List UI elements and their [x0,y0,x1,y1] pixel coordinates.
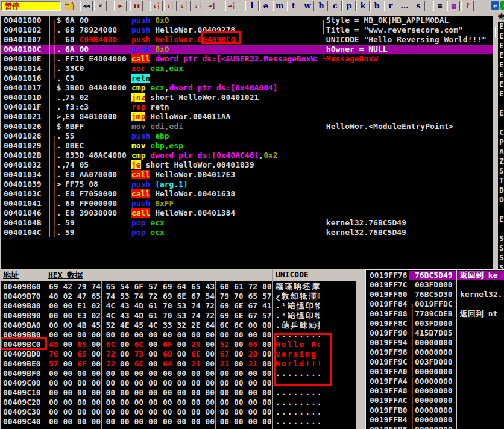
pause-button[interactable]: ▮▮ [130,1,143,11]
stack-row[interactable]: 0019FFAC│00000000 [366,396,504,406]
disasm-row[interactable]: 00401026 $8BFFmov edi,edi HelloWor.<Modu… [1,122,493,131]
hexdump-row[interactable]: 00409B7040 02 47 6574 53 74 7269 6E 67 5… [1,292,356,301]
panel-letter-button-c[interactable]: c [329,1,342,11]
register-row[interactable] [498,99,504,108]
register-row[interactable]: ES [498,80,504,89]
stack-row[interactable]: 0019FF98│00000000 [366,348,504,357]
register-row[interactable]: EF [498,214,504,224]
disasm-row[interactable]: 0040104C│.59pop ecx kernel32.76BC5D49 [1,228,493,237]
panel-letter-button-...[interactable]: ... [398,1,411,11]
register-row[interactable]: D [498,186,504,195]
hexdump-row[interactable]: 00409BE057 00 6F 0072 00 6C 0064 00 21 0… [1,359,356,369]
vertical-scrollbar[interactable] [493,12,498,269]
register-row[interactable]: ST [498,253,504,263]
disasm-row[interactable]: 0040101F .f3:c3rep retn [1,102,493,112]
hexdump-row[interactable]: 00409BD076 00 65 0072 00 73 0069 00 6E 0… [1,349,356,359]
register-row[interactable]: Z [498,157,504,166]
stack-row[interactable]: 0019FFB4│00000000 [366,415,504,425]
disasm-row[interactable]: 00401046│.E8 39030000call HelloWor.00401… [1,208,493,218]
register-row[interactable]: T [498,176,504,186]
disasm-row[interactable]: 00401039│>FF75 08push [arg.1] [1,180,493,189]
close-button[interactable]: × [94,1,107,11]
step-into-button[interactable]: ↓┆ [150,1,163,11]
register-row[interactable] [498,118,504,128]
stack-row[interactable]: 0019FF7876BC5D49返回到 ke [366,271,504,280]
hexdump-row[interactable]: 00409C4000 00 00 0000 00 00 0000 00 00 0… [1,417,356,427]
go-to-user-code-button[interactable]: →┆ [225,1,238,11]
step-over-button[interactable]: ↧┆ [164,1,177,11]
panel-letter-button-s[interactable]: s [412,1,425,11]
stack-row[interactable]: 0019FF7C003FD000 [366,280,504,290]
register-row[interactable]: ST [498,234,504,243]
register-row[interactable]: EB [498,51,504,60]
hexdump-row[interactable]: 00409C0000 00 00 0000 00 00 0000 00 00 0… [1,378,356,388]
disasm-row[interactable]: 0040101D .,75 02jnz short HelloWor.00401… [1,93,493,102]
disasm-row[interactable]: 00401007│68 C09B4000push HelloWor.00409B… [1,35,493,45]
hexdump-row[interactable]: 00409B6069 42 79 7465 54 6F 5769 64 65 4… [1,282,356,292]
register-row[interactable]: EA [498,22,504,31]
panel-letter-button-w[interactable]: w [301,1,314,11]
register-row[interactable]: P [498,137,504,147]
panel-letter-button-r[interactable]: r [384,1,397,11]
hexdump-row[interactable]: 00409C3000 00 00 0000 00 00 0000 00 00 0… [1,407,356,417]
register-row[interactable]: EC [498,31,504,41]
stack-row[interactable]: 0019FF94│00000000 [366,338,504,348]
disasm-row[interactable]: 00401002│.68 78924000push HelloWor.00409… [1,25,493,35]
panel-letter-button-t[interactable]: t [287,1,300,11]
help-button[interactable]: ? [461,1,474,11]
disasm-row[interactable]: 0040102B│.833D 48AC4000 02cmp dword ptr … [1,151,493,160]
stack-row[interactable]: 0019FFA8│00000000 [366,386,504,396]
disasm-row[interactable]: 00401017 $3B0D 04A04000cmp ecx,dword ptr… [1,83,493,93]
disasm-row[interactable]: 00401029│.8BECmov ebp,esp [1,141,493,151]
disasm-row[interactable]: 00401014│.33C0xor eax,eax [1,64,493,74]
register-row[interactable]: ST [498,243,504,253]
stack-row[interactable]: 0019FFA0│00000000 [366,367,504,377]
hexdump-row[interactable]: 00409C2000 00 00 0000 00 00 0000 00 00 0… [1,398,356,407]
register-row[interactable]: EB [498,70,504,80]
panel-letter-button-m[interactable]: m [273,1,286,11]
swap-panes-button[interactable]: ⇄ [491,1,499,10]
scrollbar-thumb[interactable] [495,27,496,37]
stack-row[interactable]: 0019FFB8│00000000 [366,425,504,429]
stack-row[interactable]: 0019FF84┌0019FFDC [366,299,504,309]
animate-into-button[interactable]: ⇊┆ [178,1,191,11]
hexdump-row[interactable]: 00409BF000 00 00 0000 00 00 0000 00 00 0… [1,369,356,378]
stack-row[interactable]: 0019FF8076BC5D30kernel32. [366,290,504,299]
open-file-button[interactable] [63,1,75,11]
update-button[interactable]: ↑ [500,1,504,10]
stack-row[interactable]: 0019FF8C│003FD000 [366,319,504,328]
windows-button[interactable]: ▦ [447,1,460,11]
stack-row[interactable]: 0019FF88│7789CDEB返回到 nt [366,309,504,319]
disasm-row[interactable]: 0040100C│.6A 00push 0x0 hOwner = NULL [1,45,493,54]
hexdump-row[interactable]: 00409BC048 00 65 006C 00 6C 006F 00 20 0… [1,340,356,349]
run-button[interactable]: ▶ [114,1,127,11]
register-row[interactable] [498,224,504,234]
disasm-row[interactable]: 00401016└.C3retn [1,74,493,83]
disasm-row[interactable]: 00401000┌$6A 00push 0x0┌Style = MB_OK|MB… [1,16,493,25]
panel-letter-button-e[interactable]: e [259,1,272,11]
rewind-button[interactable]: ◀◀ [80,1,93,11]
disasm-row[interactable]: 0040103C│.E8 F7050000call HelloWor.00401… [1,189,493,199]
disasm-row[interactable]: 00401032│.,74 05je short HelloWor.004010… [1,160,493,170]
disasm-row[interactable]: 00401021 >,E9 84010000jmp HelloWor.00401… [1,112,493,122]
execute-till-return-button[interactable]: →] [206,1,218,11]
hexdump-row[interactable]: 00409BA000 00 4B 4552 4E 45 4C33 32 2E 6… [1,321,356,330]
register-row[interactable] [498,205,504,214]
panel-letter-button-p[interactable]: p [342,1,356,11]
hexdump-row[interactable]: 00409C1000 00 00 0000 00 00 0000 00 00 0… [1,388,356,398]
register-row[interactable]: ED [498,41,504,51]
disasm-row[interactable]: 00401034│.E8 AA070000call HelloWor.00401… [1,170,493,180]
hexdump-row[interactable]: 00409B9000 00 E3 024C 43 4D 6170 53 74 7… [1,311,356,321]
hexdump-row[interactable]: 00409BB000 00 00 0000 00 00 0000 00 00 0… [1,330,356,340]
hexdump-row[interactable]: 00409B8000 00 E1 024C 43 4D 6170 53 74 7… [1,301,356,311]
register-row[interactable]: ED [498,89,504,99]
disasm-row[interactable]: 00401028┌.55push ebp [1,131,493,141]
disasm-row[interactable]: 00401041│.68 FF000000push 0xFF [1,199,493,208]
stack-row[interactable]: 0019FF9C│003FD000 [366,357,504,367]
panel-letter-button-k[interactable]: k [356,1,370,11]
stack-row[interactable]: 0019FFA4│00000000 [366,377,504,386]
register-row[interactable]: ES [498,60,504,70]
register-row[interactable]: C [498,128,504,137]
log-window-button[interactable]: ≡ [433,1,446,11]
register-row[interactable]: A [498,147,504,157]
